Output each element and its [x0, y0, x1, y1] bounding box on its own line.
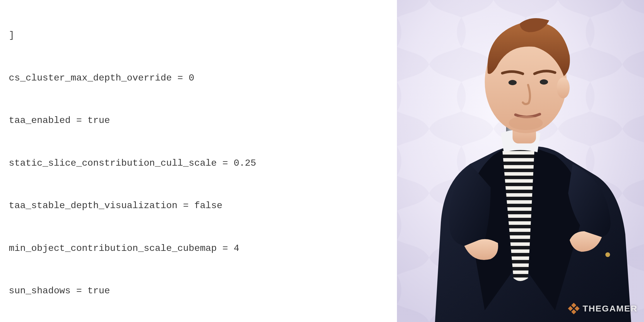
watermark-logo-icon: [568, 303, 580, 314]
config-line: static_slice_constribution_cull_scale = …: [9, 156, 397, 171]
svg-point-16: [508, 80, 517, 85]
svg-point-17: [540, 79, 548, 85]
watermark-text: THEGAMER: [583, 304, 638, 314]
config-line: taa_stable_depth_visualization = false: [9, 199, 397, 213]
config-line: taa_enabled = true: [9, 114, 397, 128]
svg-point-18: [509, 116, 543, 130]
photo-panel: THEGAMER: [397, 0, 644, 322]
svg-rect-21: [568, 306, 573, 311]
svg-rect-22: [571, 309, 576, 314]
config-line: sun_shadows = true: [9, 284, 397, 298]
photo-illustration: [397, 0, 644, 322]
svg-point-15: [557, 77, 570, 98]
code-bracket: ]: [9, 28, 397, 43]
config-line: cs_cluster_max_depth_override = 0: [9, 71, 397, 85]
svg-point-12: [605, 252, 610, 257]
code-panel: ] cs_cluster_max_depth_override = 0 taa_…: [0, 0, 397, 322]
watermark: THEGAMER: [568, 303, 638, 314]
config-line: min_object_contribution_scale_cubemap = …: [9, 242, 397, 256]
config-code-block[interactable]: ] cs_cluster_max_depth_override = 0 taa_…: [9, 0, 397, 322]
svg-rect-19: [571, 303, 576, 308]
svg-rect-20: [575, 306, 580, 311]
